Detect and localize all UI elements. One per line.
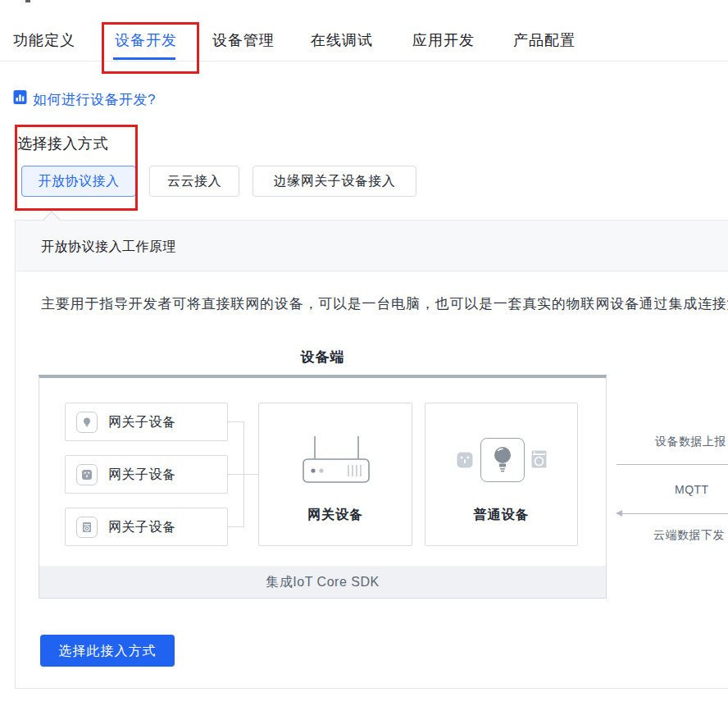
- washer-icon: [76, 517, 98, 538]
- router-icon: [303, 436, 370, 484]
- flow-label-cloud-data-send: 云端数据下发: [653, 528, 725, 543]
- access-option-edge-gateway-subdevice[interactable]: 边缘网关子设备接入: [253, 166, 416, 197]
- flow-label-device-data-report: 设备数据上报: [655, 435, 726, 449]
- gateway-device-label: 网关设备: [259, 507, 412, 524]
- device-side-diagram: 网关子设备 网关子设备 网关子设: [39, 375, 607, 599]
- flow-label-mqtt: MQTT: [675, 483, 709, 496]
- flow-arrow-right: [617, 464, 728, 465]
- socket-icon: [76, 464, 98, 485]
- panel-title: 开放协议接入工作原理: [41, 239, 176, 256]
- clipped-text-fragment: [25, 0, 30, 2]
- tab-bar-divider: [0, 61, 728, 61]
- gateway-subdevice-row: 网关子设备: [65, 508, 228, 546]
- bulb-device-frame: [480, 438, 525, 482]
- tab-device-development[interactable]: 设备开发: [115, 32, 177, 48]
- gateway-subdevice-row: 网关子设备: [65, 403, 228, 441]
- subdevice-label: 网关子设备: [108, 456, 176, 493]
- gateway-device-box: 网关设备: [258, 403, 412, 546]
- gateway-subdevice-row: 网关子设备: [65, 455, 228, 494]
- tab-function-definition[interactable]: 功能定义: [13, 32, 75, 48]
- how-to-develop-link[interactable]: 如何进行设备开发?: [33, 90, 156, 109]
- tab-product-configuration[interactable]: 产品配置: [513, 32, 576, 48]
- connector-line: [228, 421, 243, 422]
- socket-icon: [457, 452, 473, 468]
- bulb-icon: [76, 412, 98, 433]
- panel-notch: [43, 212, 60, 221]
- tab-device-management[interactable]: 设备管理: [212, 32, 275, 48]
- document-chart-icon: [13, 89, 27, 105]
- washer-icon: [531, 450, 547, 468]
- bulb-icon: [493, 446, 512, 474]
- subdevice-label: 网关子设备: [108, 508, 176, 545]
- access-option-open-protocol[interactable]: 开放协议接入: [21, 166, 136, 197]
- product-development-page: 功能定义 设备开发 设备管理 在线调试 应用开发 产品配置 如何进行设备开发? …: [0, 0, 728, 706]
- iot-core-sdk-strip: 集成IoT Core SDK: [39, 566, 606, 598]
- connector-line: [228, 474, 243, 475]
- normal-device-box: 普通设备: [425, 403, 578, 546]
- panel-header: 开放协议接入工作原理: [16, 221, 728, 271]
- access-option-cloud-to-cloud[interactable]: 云云接入: [149, 166, 239, 197]
- subdevice-label: 网关子设备: [108, 403, 176, 440]
- select-access-method-button[interactable]: 选择此接入方式: [40, 635, 175, 667]
- connector-line: [243, 474, 259, 475]
- flow-arrow-left: [621, 513, 728, 514]
- tab-application-development[interactable]: 应用开发: [412, 32, 475, 48]
- tab-online-debugging[interactable]: 在线调试: [311, 32, 373, 48]
- panel-description: 主要用于指导开发者可将直接联网的设备，可以是一台电脑，也可以是一套真实的物联网设…: [41, 294, 728, 313]
- active-tab-underline: [113, 57, 175, 60]
- access-method-section-label: 选择接入方式: [17, 134, 108, 153]
- connector-line: [228, 526, 243, 527]
- diagram-title-device-side: 设备端: [39, 348, 607, 367]
- normal-device-label: 普通设备: [425, 507, 577, 524]
